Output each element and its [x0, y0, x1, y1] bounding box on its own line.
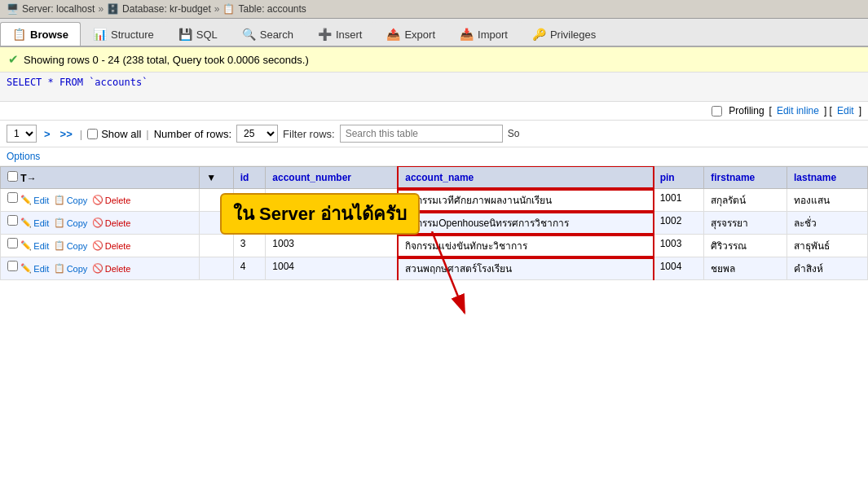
row-checkbox[interactable]	[7, 192, 18, 203]
show-all-label[interactable]: Show all	[87, 128, 141, 140]
delete-button[interactable]: 🚫 Delete	[92, 218, 131, 228]
tab-export[interactable]: 📤 Export	[374, 22, 447, 46]
structure-icon: 📊	[93, 28, 107, 41]
tab-privileges[interactable]: 🔑 Privileges	[520, 22, 608, 46]
options-link[interactable]: Options	[7, 151, 40, 162]
filter-label: Filter rows:	[283, 128, 335, 140]
export-icon: 📤	[386, 28, 400, 41]
th-account-name-link[interactable]: account_name	[405, 172, 474, 183]
info-message: Showing rows 0 - 24 (238 total, Query to…	[24, 54, 309, 66]
title-bar: 🖥️ Server: localhost » 🗄️ Database: kr-b…	[0, 0, 868, 19]
copy-button[interactable]: 📋 Copy	[54, 240, 88, 251]
lastname-cell: ละชั่ว	[787, 212, 868, 235]
edit-button[interactable]: ✏️ Edit	[20, 218, 49, 228]
tab-browse-label: Browse	[30, 29, 68, 41]
table-row: ✏️ Edit 📋 Copy 🚫 Delete 31003กิจกรรมแข่ง…	[1, 235, 868, 257]
th-id[interactable]: id	[233, 167, 266, 189]
copy-button[interactable]: 📋 Copy	[54, 218, 88, 228]
db-label: Database: kr-budget	[122, 3, 211, 15]
tab-search-label: Search	[260, 29, 293, 41]
search-icon: 🔍	[242, 28, 256, 41]
tab-privileges-label: Privileges	[550, 29, 596, 41]
delete-button[interactable]: 🚫 Delete	[92, 240, 131, 251]
profiling-bracket-open: [	[769, 105, 772, 116]
tab-export-label: Export	[404, 29, 435, 41]
info-bar: ✔ Showing rows 0 - 24 (238 total, Query …	[0, 47, 868, 73]
insert-icon: ➕	[318, 28, 332, 41]
firstname-cell: ชยพล	[704, 257, 787, 280]
account-number-cell: 1003	[266, 235, 399, 257]
edit-link[interactable]: Edit	[837, 105, 854, 116]
next-page-button[interactable]: >	[42, 128, 53, 140]
delete-button[interactable]: 🚫 Delete	[92, 263, 131, 274]
pin-cell: 1002	[653, 212, 704, 235]
copy-button[interactable]: 📋 Copy	[54, 195, 88, 205]
th-account-number-link[interactable]: account_number	[272, 172, 351, 183]
sort-arrow: T→	[20, 173, 36, 184]
profiling-checkbox[interactable]	[712, 106, 722, 116]
row-checkbox[interactable]	[7, 215, 18, 226]
lastname-cell: ทองแสน	[787, 189, 868, 212]
sep2: »	[214, 3, 220, 15]
edit-button[interactable]: ✏️ Edit	[20, 263, 49, 274]
firstname-cell: สุรจรรยา	[704, 212, 787, 235]
tab-browse[interactable]: 📋 Browse	[0, 22, 81, 46]
th-lastname[interactable]: lastname	[787, 167, 868, 189]
privileges-icon: 🔑	[532, 28, 546, 41]
edit-inline-link[interactable]: Edit inline	[777, 105, 819, 116]
th-account-number[interactable]: account_number	[266, 167, 399, 189]
th-firstname[interactable]: firstname	[704, 167, 787, 189]
table-icon: 📋	[223, 3, 235, 15]
row-checkbox[interactable]	[7, 238, 18, 248]
table-container: T→ ▼ id account_number account_name pin …	[0, 166, 868, 280]
th-lastname-link[interactable]: lastname	[794, 172, 836, 183]
table-row: ✏️ Edit 📋 Copy 🚫 Delete 21002กิจกรรมOpen…	[1, 212, 868, 235]
th-account-name[interactable]: account_name	[399, 167, 653, 189]
tab-insert[interactable]: ➕ Insert	[306, 22, 375, 46]
select-all-checkbox[interactable]	[7, 171, 18, 182]
edit-button[interactable]: ✏️ Edit	[20, 195, 49, 205]
actions-cell: ✏️ Edit 📋 Copy 🚫 Delete	[1, 189, 200, 212]
profiling-end: ]	[859, 105, 861, 116]
tab-sql[interactable]: 💾 SQL	[166, 22, 230, 46]
edit-button[interactable]: ✏️ Edit	[20, 240, 49, 251]
account-name-cell: สวนพฤกษศาสตร์โรงเรียน	[399, 257, 653, 280]
table-label: Table: accounts	[238, 3, 306, 15]
lastname-cell: สาธุพันธ์	[787, 235, 868, 257]
th-pin[interactable]: pin	[653, 167, 704, 189]
search-input[interactable]	[340, 125, 503, 143]
firstname-cell: ศิริวรรณ	[704, 235, 787, 257]
rows-select[interactable]: 25 50 100	[236, 125, 278, 143]
th-id-link[interactable]: id	[240, 172, 249, 183]
last-page-button[interactable]: >>	[58, 128, 75, 140]
th-checkbox: T→	[1, 167, 200, 189]
sort-cell	[200, 235, 233, 257]
show-all-checkbox[interactable]	[87, 129, 98, 139]
account-number-cell: 1004	[266, 257, 399, 280]
data-table: T→ ▼ id account_number account_name pin …	[0, 166, 868, 280]
id-cell: 4	[233, 257, 266, 280]
row-checkbox[interactable]	[7, 261, 18, 271]
th-sort[interactable]: ▼	[200, 167, 233, 189]
tab-structure[interactable]: 📊 Structure	[81, 22, 166, 46]
sql-bar: SELECT * FROM `accounts`	[0, 73, 868, 102]
account-name-cell: กิจกรรมOpenhouseนิทรรศการวิชาการ	[399, 212, 653, 235]
account-name-cell: กิจกรรมเวทีศักยภาพผลงานนักเรียน	[399, 189, 653, 212]
sep1: »	[98, 3, 104, 15]
th-firstname-link[interactable]: firstname	[711, 172, 755, 183]
copy-button[interactable]: 📋 Copy	[54, 263, 88, 274]
th-pin-link[interactable]: pin	[660, 172, 675, 183]
pagination-bar: 1 > >> | Show all | Number of rows: 25 5…	[0, 121, 868, 147]
page-select[interactable]: 1	[7, 125, 37, 143]
import-icon: 📥	[460, 28, 474, 41]
options-row: Options	[0, 147, 868, 166]
tab-sql-label: SQL	[196, 29, 218, 41]
tooltip-bubble: ใน Server อ่านได้ครับ	[220, 193, 420, 235]
tab-search[interactable]: 🔍 Search	[230, 22, 306, 46]
id-cell: 3	[233, 235, 266, 257]
delete-button[interactable]: 🚫 Delete	[92, 195, 131, 205]
server-label: Server: localhost	[22, 3, 95, 15]
firstname-cell: สกุลรัตน์	[704, 189, 787, 212]
pin-cell: 1001	[653, 189, 704, 212]
tab-import[interactable]: 📥 Import	[447, 22, 520, 46]
